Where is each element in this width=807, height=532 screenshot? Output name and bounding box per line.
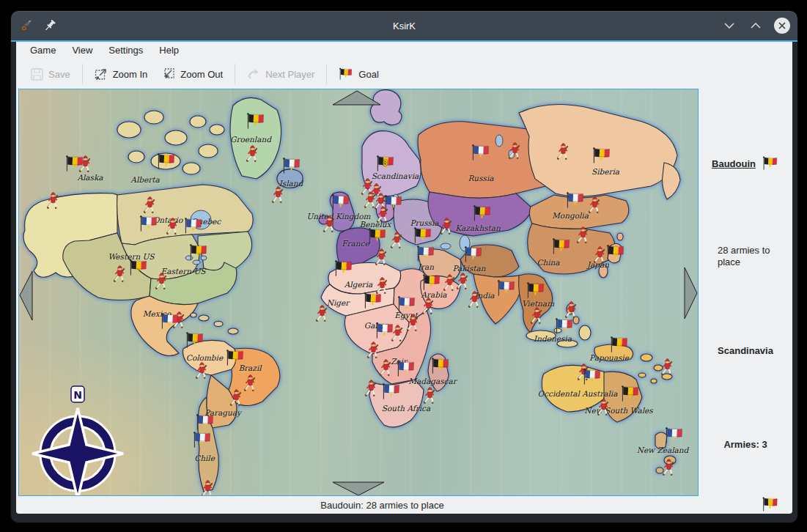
- french-flag-icon[interactable]: [384, 195, 404, 213]
- soldier-icon[interactable]: [422, 386, 438, 406]
- soldier-icon[interactable]: [322, 215, 337, 234]
- territory-label[interactable]: Papouasie: [589, 353, 629, 362]
- french-flag-icon[interactable]: [184, 218, 204, 236]
- territory-label[interactable]: New Zealand: [637, 446, 689, 454]
- belgian-flag-icon[interactable]: [610, 336, 630, 355]
- territory-label[interactable]: France: [342, 239, 369, 248]
- menu-game[interactable]: Game: [22, 42, 64, 59]
- soldier-icon[interactable]: [564, 300, 579, 320]
- french-flag-icon[interactable]: [464, 246, 484, 265]
- title-bar[interactable]: KsirK: [11, 11, 797, 42]
- territory-label[interactable]: Siberia: [592, 167, 619, 176]
- soldier-icon[interactable]: [661, 458, 677, 478]
- belgian-flag-icon[interactable]: [422, 274, 442, 292]
- belgian-flag-icon[interactable]: [157, 153, 177, 171]
- territory-label[interactable]: Chile: [194, 454, 215, 462]
- menu-settings[interactable]: Settings: [100, 42, 151, 59]
- soldier-icon[interactable]: [405, 314, 421, 333]
- french-flag-icon[interactable]: [397, 361, 416, 379]
- soldier-icon[interactable]: [165, 217, 180, 237]
- french-flag-icon[interactable]: [471, 144, 491, 163]
- soldier-icon[interactable]: [314, 304, 330, 324]
- soldier-icon[interactable]: [507, 141, 523, 161]
- territory-label[interactable]: Iran: [418, 262, 434, 271]
- territory-label[interactable]: Groenland: [230, 135, 271, 144]
- belgian-flag-icon[interactable]: 3: [376, 155, 396, 174]
- territory-label[interactable]: New South Wales: [584, 406, 652, 415]
- soldier-icon[interactable]: [587, 196, 603, 215]
- territory-label[interactable]: Russia: [468, 174, 493, 182]
- goal-button[interactable]: Goal: [331, 62, 386, 86]
- french-flag-icon[interactable]: [282, 158, 302, 176]
- french-flag-icon[interactable]: [196, 414, 215, 432]
- belgian-flag-icon[interactable]: [129, 259, 149, 278]
- french-flag-icon[interactable]: [555, 318, 575, 336]
- player-name[interactable]: Baudouin: [712, 158, 756, 169]
- zoom-in-button[interactable]: Zoom In: [87, 62, 155, 86]
- belgian-flag-icon[interactable]: [226, 350, 246, 368]
- belgian-flag-icon[interactable]: [185, 332, 205, 350]
- soldier-icon[interactable]: [142, 196, 158, 215]
- french-flag-icon[interactable]: [375, 322, 395, 341]
- belgian-flag-icon[interactable]: [606, 245, 626, 263]
- soldier-icon[interactable]: [660, 358, 675, 377]
- soldier-icon[interactable]: [389, 231, 405, 251]
- soldier-icon[interactable]: [467, 290, 482, 310]
- french-flag-icon[interactable]: [331, 194, 351, 213]
- territory-label[interactable]: Alaska: [77, 173, 103, 182]
- belgian-flag-icon[interactable]: [368, 228, 388, 246]
- belgian-flag-icon[interactable]: [592, 147, 612, 166]
- soldier-icon[interactable]: [112, 265, 128, 284]
- french-flag-icon[interactable]: [583, 369, 603, 387]
- world-map[interactable]: N AlaskaAlbertaOntarioQuebecGroenlandIsl…: [18, 89, 699, 496]
- soldier-icon[interactable]: [270, 185, 286, 205]
- belgian-flag-icon[interactable]: [413, 227, 433, 245]
- belgian-flag-icon[interactable]: [552, 238, 572, 256]
- zoom-out-button[interactable]: Zoom Out: [155, 62, 230, 86]
- french-flag-icon[interactable]: [161, 313, 180, 331]
- territory-label[interactable]: Alberta: [130, 175, 159, 184]
- french-flag-icon[interactable]: [397, 296, 417, 314]
- french-flag-icon[interactable]: [139, 215, 159, 234]
- territory-label[interactable]: Prussia: [410, 218, 438, 227]
- soldier-icon[interactable]: [78, 155, 93, 174]
- french-flag-icon[interactable]: [416, 245, 436, 264]
- territory-label[interactable]: Kazakhstan: [455, 223, 501, 232]
- territory-label[interactable]: China: [537, 258, 559, 267]
- belgian-flag-icon[interactable]: [621, 385, 641, 404]
- close-button[interactable]: [774, 18, 790, 34]
- maximize-button[interactable]: [748, 18, 764, 34]
- belgian-flag-icon[interactable]: [473, 205, 493, 223]
- soldier-icon[interactable]: [439, 217, 454, 237]
- belgian-flag-icon[interactable]: [431, 358, 451, 376]
- belgian-flag-icon[interactable]: [334, 260, 354, 278]
- territory-label[interactable]: Niger: [327, 298, 350, 307]
- soldier-icon[interactable]: [592, 245, 608, 265]
- menu-view[interactable]: View: [64, 42, 100, 59]
- territory-label[interactable]: Occidental Australia: [538, 389, 618, 398]
- soldier-icon[interactable]: [374, 248, 389, 267]
- soldier-icon[interactable]: [200, 479, 215, 497]
- soldier-icon[interactable]: [154, 272, 169, 292]
- soldier-icon[interactable]: [45, 191, 61, 211]
- soldier-icon[interactable]: [364, 379, 379, 399]
- belgian-flag-icon[interactable]: [364, 292, 383, 311]
- soldier-icon[interactable]: [556, 142, 571, 162]
- soldier-icon[interactable]: [596, 398, 611, 418]
- territory-label[interactable]: Mongolia: [552, 211, 589, 220]
- soldier-icon[interactable]: [229, 388, 244, 408]
- soldier-icon[interactable]: [455, 272, 471, 292]
- soldier-icon[interactable]: [366, 341, 381, 361]
- soldier-icon[interactable]: [421, 297, 436, 317]
- minimize-button[interactable]: [721, 18, 737, 34]
- soldier-icon[interactable]: [245, 144, 260, 164]
- french-flag-icon[interactable]: [382, 383, 402, 402]
- soldier-icon[interactable]: [194, 361, 210, 381]
- french-flag-icon[interactable]: [497, 280, 517, 298]
- french-flag-icon[interactable]: [566, 192, 586, 210]
- belgian-flag-icon[interactable]: [246, 113, 266, 131]
- territory-label[interactable]: Algeria: [344, 280, 373, 289]
- belgian-flag-icon[interactable]: [526, 282, 546, 300]
- soldier-icon[interactable]: [378, 358, 394, 378]
- french-flag-icon[interactable]: [665, 427, 685, 446]
